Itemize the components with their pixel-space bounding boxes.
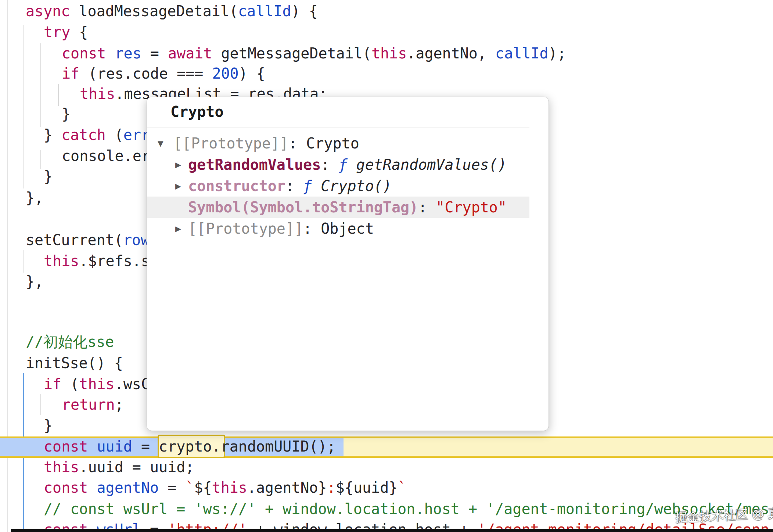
- property-token: getRandomValues(): [356, 156, 507, 173]
- code-line[interactable]: this.$refs.s: [44, 251, 150, 272]
- code-token: callId: [495, 45, 549, 62]
- triangle-right-icon[interactable]: ▶: [175, 175, 181, 197]
- property-token: :: [321, 156, 338, 173]
- code-token: // const wsUrl = 'ws://' + window.locati…: [44, 500, 769, 517]
- popover-divider: [147, 127, 529, 127]
- code-line[interactable]: } catch (err: [44, 125, 150, 145]
- code-line[interactable]: const res = await getMessageDetail(this.…: [62, 43, 566, 64]
- code-token: this: [212, 479, 247, 496]
- code-token: (res.code ===: [79, 65, 212, 82]
- code-token: return: [62, 396, 115, 413]
- code-line[interactable]: },: [26, 271, 43, 292]
- code-line[interactable]: const uuid = crypto.randomUUID();: [44, 436, 336, 457]
- code-token: [106, 45, 115, 62]
- triangle-right-icon[interactable]: ▶: [175, 218, 181, 239]
- code-token: `: [185, 479, 194, 496]
- code-token: [88, 438, 97, 455]
- code-token: uuid: [97, 438, 132, 455]
- code-line[interactable]: initSse() {: [26, 353, 123, 374]
- property-token: [[Prototype]]: [173, 135, 288, 152]
- code-token: },: [26, 273, 43, 290]
- code-line[interactable]: //初始化sse: [26, 331, 114, 352]
- property-token: ƒ: [338, 156, 356, 173]
- code-line[interactable]: const agentNo = `${this.agentNo}:${uuid}…: [44, 477, 406, 498]
- code-token: callId: [238, 3, 291, 19]
- indent-guide: [40, 43, 41, 127]
- code-line[interactable]: try {: [44, 22, 88, 43]
- code-line[interactable]: if (this.wsC: [44, 374, 150, 395]
- indent-guide: [40, 394, 41, 415]
- code-token: agentNo: [97, 479, 159, 496]
- code-token: 200: [212, 65, 238, 82]
- code-token: :: [327, 479, 336, 496]
- popover-title: Crypto: [170, 97, 224, 126]
- code-token: console.er: [62, 147, 150, 164]
- code-token: .wsC: [115, 375, 150, 392]
- property-token: :: [285, 177, 303, 194]
- property-text: getRandomValues: ƒ getRandomValues(): [188, 154, 507, 175]
- code-token: }: [44, 126, 61, 143]
- code-line[interactable]: this.uuid = uuid;: [44, 457, 194, 478]
- code-token: =: [159, 479, 185, 496]
- code-token: row: [123, 231, 150, 248]
- code-line[interactable]: async loadMessageDetail(callId) {: [26, 1, 318, 22]
- code-token: =: [141, 45, 168, 62]
- code-token: (: [106, 126, 123, 143]
- popover-property-row[interactable]: ▶getRandomValues: ƒ getRandomValues(): [147, 154, 529, 175]
- code-token: ${uuid}: [336, 479, 398, 496]
- property-token: Symbol(Symbol.toStringTag): [188, 199, 418, 216]
- code-line[interactable]: // const wsUrl = 'ws://' + window.locati…: [44, 499, 769, 520]
- code-token: = crypto.randomUUID();: [132, 438, 336, 455]
- code-token: .agentNo}: [247, 479, 327, 496]
- popover-property-row[interactable]: ▼[[Prototype]]: Crypto: [147, 133, 529, 154]
- property-token: Object: [321, 220, 374, 237]
- property-token: :: [288, 135, 306, 152]
- code-token: ;: [115, 396, 124, 413]
- property-token: ƒ: [303, 177, 321, 194]
- property-text: Symbol(Symbol.toStringTag): "Crypto": [188, 197, 507, 218]
- property-text: constructor: ƒ Crypto(): [188, 175, 392, 197]
- code-token: {: [70, 24, 88, 40]
- indent-guide: [58, 84, 59, 106]
- code-line[interactable]: if (res.code === 200) {: [62, 63, 265, 84]
- object-popover: Crypto ▼[[Prototype]]: Crypto▶getRandomV…: [147, 97, 549, 431]
- code-line[interactable]: console.er: [62, 145, 150, 166]
- code-token: }: [44, 168, 53, 185]
- code-token: const: [44, 438, 88, 455]
- property-token: :: [418, 199, 436, 216]
- property-token: getRandomValues: [188, 156, 321, 173]
- code-token: if: [44, 375, 61, 392]
- code-token: if: [62, 65, 79, 82]
- code-token: await: [168, 45, 212, 62]
- code-token: this: [80, 85, 115, 102]
- code-token: try: [44, 24, 70, 40]
- code-line[interactable]: }: [44, 166, 53, 187]
- popover-property-row[interactable]: ▶[[Prototype]]: Object: [147, 218, 529, 239]
- property-token: Crypto(): [321, 177, 392, 194]
- code-token: getMessageDetail(: [212, 45, 371, 62]
- code-token: }: [62, 105, 71, 122]
- code-line[interactable]: },: [26, 187, 43, 208]
- code-token: }: [44, 417, 53, 434]
- code-token: loadMessageDetail(: [70, 3, 238, 19]
- property-token: constructor: [188, 177, 285, 194]
- code-token: this: [44, 459, 79, 475]
- code-token: catch: [61, 126, 105, 143]
- popover-property-row[interactable]: Symbol(Symbol.toStringTag): "Crypto": [147, 197, 529, 218]
- code-line[interactable]: }: [44, 415, 53, 436]
- triangle-right-icon[interactable]: ▶: [175, 154, 181, 175]
- property-token: [[Prototype]]: [188, 220, 303, 237]
- popover-property-row[interactable]: ▶constructor: ƒ Crypto(): [147, 175, 529, 197]
- triangle-down-icon[interactable]: ▼: [158, 133, 163, 154]
- code-token: },: [26, 189, 43, 206]
- code-line[interactable]: }: [62, 104, 71, 125]
- property-token: Crypto: [306, 135, 359, 152]
- code-token: const: [44, 479, 88, 496]
- code-token: ) {: [239, 65, 265, 82]
- code-line[interactable]: return;: [62, 394, 124, 415]
- bottom-panel-edge: [11, 529, 773, 532]
- code-token: setCurrent(: [26, 231, 123, 248]
- property-token: "Crypto": [436, 199, 507, 216]
- code-line[interactable]: setCurrent(row: [26, 230, 150, 251]
- indent-guide: [40, 150, 41, 169]
